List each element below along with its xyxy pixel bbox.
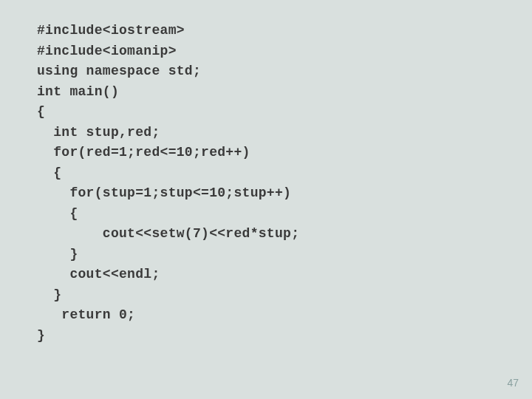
code-line: { [37, 102, 532, 123]
code-line: #include<iomanip> [37, 41, 532, 62]
code-line: } [37, 245, 532, 265]
code-line: } [37, 285, 532, 306]
code-line: { [37, 163, 532, 184]
code-line: cout<<setw(7)<<red*stup; [37, 224, 532, 245]
code-line: #include<iostream> [37, 21, 532, 41]
code-line: for(stup=1;stup<=10;stup++) [37, 183, 532, 204]
code-line: int main() [37, 82, 532, 103]
code-line: { [37, 204, 532, 225]
code-line: } [37, 326, 532, 347]
code-line: for(red=1;red<=10;red++) [37, 143, 532, 163]
code-line: using namespace std; [37, 61, 532, 82]
page-number: 47 [507, 377, 519, 389]
code-line: cout<<endl; [37, 265, 532, 285]
code-line: int stup,red; [37, 123, 532, 143]
code-line: return 0; [37, 305, 532, 326]
slide: #include<iostream> #include<iomanip> usi… [0, 0, 532, 399]
